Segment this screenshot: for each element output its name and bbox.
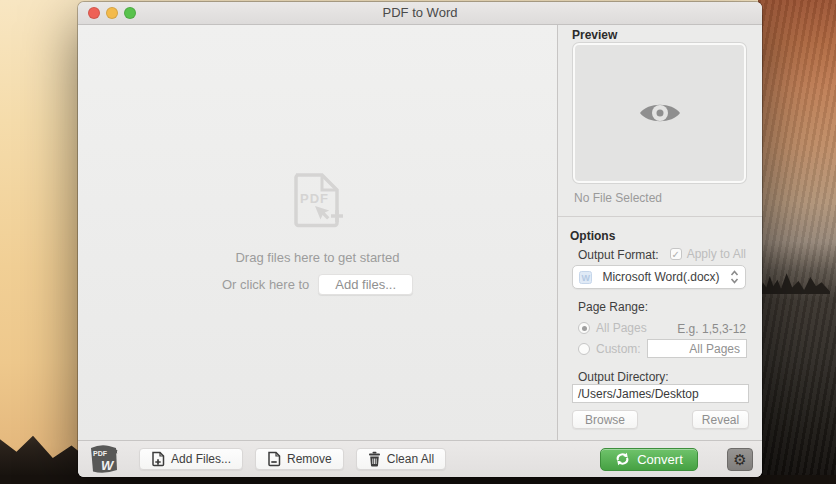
output-format-value: Microsoft Word(.docx)	[592, 270, 730, 284]
custom-label: Custom:	[596, 342, 641, 356]
add-files-button[interactable]: Add Files...	[139, 448, 243, 470]
pdf-icon-label: PDF	[300, 191, 329, 206]
trash-icon	[368, 451, 381, 467]
clean-all-button[interactable]: Clean All	[356, 448, 446, 470]
output-format-label: Output Format:	[578, 248, 659, 262]
browse-button[interactable]: Browse	[572, 410, 638, 429]
zoom-window-button[interactable]	[124, 7, 136, 19]
clean-all-label: Clean All	[387, 452, 434, 466]
options-section-title: Options	[570, 229, 615, 243]
reveal-button[interactable]: Reveal	[692, 410, 749, 429]
wallpaper-cliff	[758, 0, 836, 484]
app-window: PDF to Word PDF Drag files here to get s…	[78, 2, 762, 477]
custom-pages-radio[interactable]: Custom:	[578, 342, 641, 356]
app-logo-icon: PDF W	[86, 443, 122, 475]
all-pages-radio[interactable]: All Pages	[578, 321, 647, 335]
apply-to-all-checkbox[interactable]: ✓ Apply to All	[670, 247, 746, 261]
add-files-label: Add Files...	[171, 452, 231, 466]
eye-icon	[638, 99, 682, 127]
document-plus-icon	[151, 451, 165, 467]
convert-label: Convert	[637, 452, 683, 467]
output-format-select[interactable]: W Microsoft Word(.docx)	[572, 265, 746, 289]
gear-icon: ⚙	[733, 452, 746, 467]
output-directory-label: Output Directory:	[578, 370, 669, 384]
page-range-label: Page Range:	[578, 300, 648, 314]
all-pages-label: All Pages	[596, 321, 647, 335]
drag-hint-text: Drag files here to get started	[235, 250, 399, 265]
plus-icon	[331, 210, 343, 222]
desktop-background: PDF to Word PDF Drag files here to get s…	[0, 0, 836, 484]
drop-zone[interactable]: PDF Drag files here to get started Or cl…	[78, 25, 557, 440]
document-minus-icon	[267, 451, 281, 467]
apply-to-all-label: Apply to All	[687, 247, 746, 261]
window-title: PDF to Word	[78, 2, 762, 24]
minimize-window-button[interactable]	[106, 7, 118, 19]
click-hint-text: Or click here to	[222, 277, 309, 292]
remove-label: Remove	[287, 452, 332, 466]
word-file-icon: W	[579, 271, 592, 284]
settings-gear-button[interactable]: ⚙	[727, 448, 753, 471]
stepper-icon	[730, 270, 739, 284]
page-range-hint: E.g. 1,5,3-12	[677, 322, 746, 336]
output-directory-field[interactable]: /Users/James/Desktop	[572, 384, 749, 403]
convert-refresh-icon	[615, 452, 630, 466]
close-window-button[interactable]	[88, 7, 100, 19]
titlebar: PDF to Word	[78, 2, 762, 25]
custom-range-field[interactable]: All Pages	[647, 339, 747, 358]
radio-unselected-icon	[578, 343, 590, 355]
no-file-status: No File Selected	[574, 191, 662, 205]
preview-section-title: Preview	[572, 28, 617, 42]
radio-selected-icon	[578, 322, 590, 334]
bottom-toolbar: PDF W Add Files... Remove	[78, 440, 762, 477]
app-logo-text-top: PDF	[93, 450, 108, 457]
svg-text:W: W	[581, 273, 590, 283]
convert-button[interactable]: Convert	[600, 448, 698, 471]
cursor-arrow-icon	[315, 206, 329, 220]
remove-button[interactable]: Remove	[255, 448, 344, 470]
add-files-inline-button[interactable]: Add files...	[318, 274, 413, 295]
app-logo-text-bottom: W	[101, 458, 115, 473]
pdf-document-icon: PDF	[290, 170, 346, 230]
settings-panel: Preview No File Selected Options Output …	[557, 25, 762, 440]
panel-divider	[558, 216, 762, 217]
checkbox-check-icon: ✓	[670, 248, 682, 260]
preview-box	[573, 43, 746, 183]
